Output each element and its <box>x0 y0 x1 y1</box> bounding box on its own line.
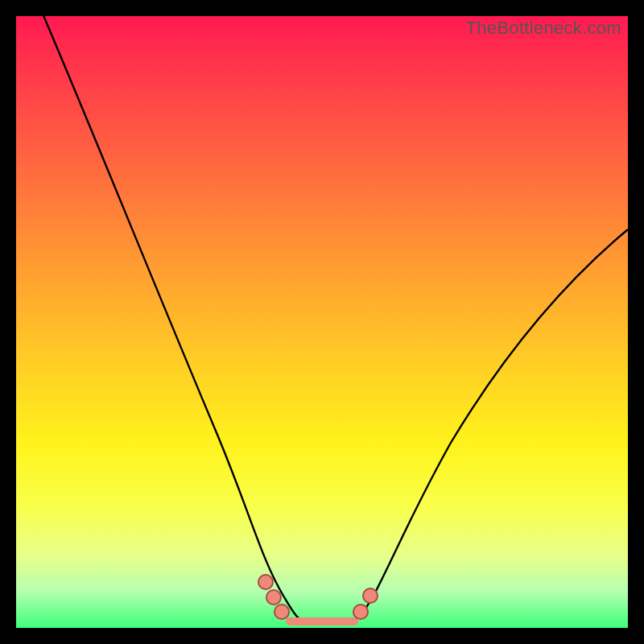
curve-marker <box>266 590 281 605</box>
chart-frame: TheBottleneck.com <box>0 0 644 644</box>
curve-marker <box>363 588 378 603</box>
curve-marker <box>275 605 289 619</box>
curve-marker <box>258 575 273 589</box>
curve-marker <box>353 605 368 619</box>
bottleneck-curve <box>16 16 628 628</box>
plot-area: TheBottleneck.com <box>16 16 628 628</box>
curve-path <box>40 8 628 623</box>
